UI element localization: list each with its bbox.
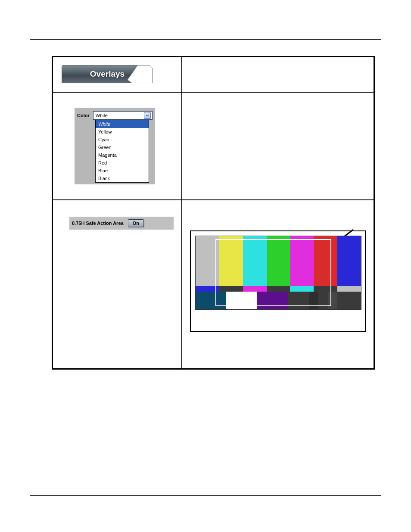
color-option[interactable]: Cyan <box>96 136 149 143</box>
row1-right-cell <box>182 57 374 93</box>
color-option[interactable]: Red <box>96 159 149 167</box>
color-option[interactable]: Yellow <box>96 128 149 136</box>
color-option[interactable]: White <box>96 120 149 128</box>
color-option[interactable]: Black <box>96 174 149 182</box>
overlays-table: Overlays Color White <box>52 56 375 370</box>
safe-action-label: 0.75H Safe Action Area <box>72 221 124 226</box>
color-select-value: White <box>96 113 108 118</box>
color-option[interactable]: Blue <box>96 167 149 174</box>
color-option[interactable]: Green <box>96 143 149 151</box>
row2-right-cell <box>182 92 374 200</box>
overlays-tab-label: Overlays <box>90 69 125 79</box>
overlays-tab[interactable]: Overlays <box>62 65 153 83</box>
safe-action-toggle[interactable]: On <box>128 219 144 227</box>
color-select[interactable]: White <box>93 111 153 120</box>
top-rule <box>30 39 381 40</box>
bottom-rule <box>30 495 381 496</box>
chevron-down-icon <box>144 112 151 119</box>
color-dropdown[interactable]: White Yellow Cyan Green Magenta Red Blue… <box>95 120 149 183</box>
color-bars <box>195 236 361 310</box>
safe-action-panel: 0.75H Safe Action Area On <box>69 217 174 230</box>
color-option[interactable]: Magenta <box>96 151 149 159</box>
color-panel: Color White White Yellow Cyan Green <box>75 108 155 184</box>
color-label: Color <box>77 113 90 118</box>
safe-action-preview <box>190 230 366 332</box>
